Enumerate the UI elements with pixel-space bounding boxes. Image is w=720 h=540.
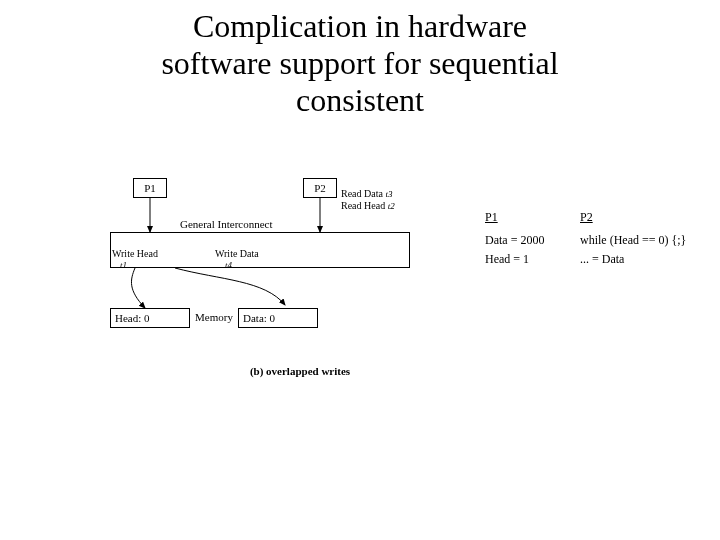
code-p2-line1: while (Head == 0) {;}	[580, 233, 710, 248]
page-title: Complication in hardware software suppor…	[0, 0, 720, 118]
time-t1: t1	[120, 260, 127, 270]
title-line1: Complication in hardware	[193, 8, 527, 44]
code-p1-header: P1	[485, 210, 555, 225]
write-head-label: Write Head	[112, 248, 158, 259]
mem-data-value: Data: 0	[243, 312, 275, 324]
interconnect-label: General Interconnect	[180, 218, 273, 230]
memory-label: Memory	[195, 311, 233, 323]
diagram-stage: P1 P2 Read Data t3 Read Head t2 General …	[0, 170, 720, 530]
time-t4: t4	[225, 260, 232, 270]
read-head-label: Read Head t2	[341, 200, 395, 211]
code-p1-line2: Head = 1	[485, 252, 555, 267]
code-p1-col: P1 Data = 2000 Head = 1	[485, 210, 555, 271]
title-line3: consistent	[296, 82, 424, 118]
code-p2-col: P2 while (Head == 0) {;} ... = Data	[580, 210, 710, 271]
mem-data-box: Data: 0	[238, 308, 318, 328]
proc-p1-label: P1	[144, 182, 156, 194]
mem-head-box: Head: 0	[110, 308, 190, 328]
title-line2: software support for sequential	[161, 45, 558, 81]
code-p1-line1: Data = 2000	[485, 233, 555, 248]
read-data-label: Read Data t3	[341, 188, 392, 199]
proc-p2-label: P2	[314, 182, 326, 194]
code-p2-header: P2	[580, 210, 710, 225]
time-t3: t3	[385, 189, 392, 199]
proc-p1-box: P1	[133, 178, 167, 198]
code-p2-line2: ... = Data	[580, 252, 710, 267]
proc-p2-box: P2	[303, 178, 337, 198]
mem-head-value: Head: 0	[115, 312, 150, 324]
write-data-label: Write Data	[215, 248, 259, 259]
time-t2: t2	[388, 201, 395, 211]
figure-caption: (b) overlapped writes	[0, 365, 660, 377]
